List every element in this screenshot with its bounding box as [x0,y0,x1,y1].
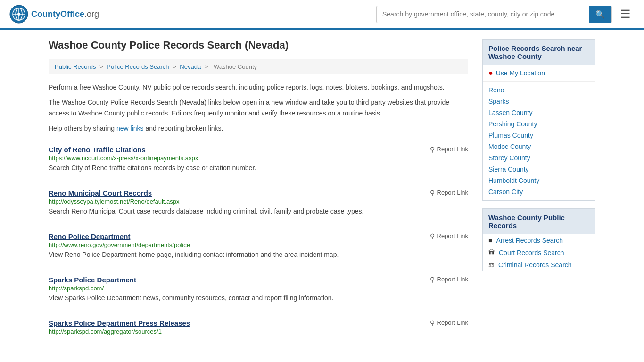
public-record-link-0[interactable]: Arrest Records Search [496,237,563,244]
nearby-list-item: Reno [483,84,595,96]
record-link-4[interactable]: Sparks Police Department Press Releases [49,319,190,327]
record-link-2[interactable]: Reno Police Department [49,232,130,240]
logo[interactable]: CountyOffice.org [9,5,99,24]
breadcrumb-sep3: > [205,63,210,70]
public-record-icon-0: ■ [488,237,492,244]
nearby-link-5[interactable]: Modoc County [488,143,531,150]
report-link-label-2: Report Link [437,232,468,239]
record-title-3: Sparks Police Department [49,276,136,284]
nearby-link-0[interactable]: Reno [488,86,504,94]
record-url-1[interactable]: http://odysseypa.tylerhost.net/Reno/defa… [49,198,468,205]
public-records-section-title: Washoe County Public Records [483,209,595,234]
description-para3: Help others by sharing new links and rep… [49,123,468,133]
nearby-link-7[interactable]: Sierra County [488,165,529,173]
nearby-section-title: Police Records Search near Washoe County [483,40,595,65]
breadcrumb: Public Records > Police Records Search >… [49,59,468,74]
public-record-link-2[interactable]: Criminal Records Search [498,261,572,269]
report-link-icon-4: ⚲ [430,319,435,327]
location-pin-icon: ● [488,69,493,77]
record-header: Reno Municipal Court Records ⚲ Report Li… [49,189,468,197]
use-my-location-link[interactable]: Use My Location [496,69,545,77]
description-para1: Perform a free Washoe County, NV public … [49,82,468,92]
logo-text: CountyOffice.org [31,9,99,19]
nearby-list-item: Sparks [483,96,595,107]
report-link-0[interactable]: ⚲ Report Link [430,146,468,153]
nearby-list-item: Pershing County [483,118,595,130]
site-header: CountyOffice.org 🔍 ☰ [0,0,644,30]
public-record-item: ■ Arrest Records Search [483,234,595,247]
nearby-link-1[interactable]: Sparks [488,98,509,105]
hamburger-menu-icon[interactable]: ☰ [617,6,635,23]
record-link-1[interactable]: Reno Municipal Court Records [49,189,152,197]
public-record-item: 🏛 Court Records Search [483,247,595,259]
public-record-icon-1: 🏛 [488,249,495,256]
record-desc-0: Search City of Reno traffic citations re… [49,163,468,173]
record-header: Reno Police Department ⚲ Report Link [49,232,468,240]
record-url-2[interactable]: http://www.reno.gov/government/departmen… [49,241,468,248]
report-link-label-3: Report Link [437,276,468,283]
nearby-link-8[interactable]: Humboldt County [488,177,539,184]
record-url-0[interactable]: https://www.ncourt.com/x-press/x-onlinep… [49,155,468,162]
nearby-link-2[interactable]: Lassen County [488,109,532,116]
record-entry: Reno Police Department ⚲ Report Link htt… [49,232,468,264]
record-title-2: Reno Police Department [49,232,130,240]
breadcrumb-nevada[interactable]: Nevada [180,63,201,70]
report-link-icon-0: ⚲ [430,146,435,153]
content-divider [49,140,468,140]
nearby-list-item: Humboldt County [483,175,595,186]
use-my-location[interactable]: ● Use My Location [483,65,595,82]
nearby-list-item: Carson City [483,186,595,197]
nearby-list-item: Plumas County [483,130,595,141]
breadcrumb-sep1: > [99,63,105,70]
breadcrumb-public-records[interactable]: Public Records [55,63,96,70]
record-desc-1: Search Reno Municipal Court case records… [49,206,468,216]
nearby-link-6[interactable]: Storey County [488,154,530,162]
report-link-4[interactable]: ⚲ Report Link [430,319,468,327]
record-title-1: Reno Municipal Court Records [49,189,152,197]
record-title-4: Sparks Police Department Press Releases [49,319,190,327]
new-links-link[interactable]: new links [116,124,144,132]
report-link-label-0: Report Link [437,146,468,153]
nearby-list-item: Lassen County [483,107,595,118]
record-title-0: City of Reno Traffic Citations [49,146,146,154]
svg-point-5 [17,13,20,16]
header-right: 🔍 ☰ [376,6,635,23]
nearby-list-item: Modoc County [483,141,595,152]
record-link-3[interactable]: Sparks Police Department [49,276,136,284]
public-records-section: Washoe County Public Records ■ Arrest Re… [482,208,595,272]
main-container: Washoe County Police Records Search (Nev… [39,30,605,362]
record-header: Sparks Police Department ⚲ Report Link [49,276,468,284]
record-url-3[interactable]: http://sparkspd.com/ [49,285,468,292]
record-entry: Sparks Police Department Press Releases … [49,319,468,341]
report-link-icon-3: ⚲ [430,276,435,283]
record-link-0[interactable]: City of Reno Traffic Citations [49,146,146,154]
sidebar: Police Records Search near Washoe County… [482,39,595,353]
report-link-3[interactable]: ⚲ Report Link [430,276,468,283]
nearby-list-item: Storey County [483,152,595,164]
nearby-link-3[interactable]: Pershing County [488,120,537,128]
report-link-2[interactable]: ⚲ Report Link [430,232,468,240]
search-button[interactable]: 🔍 [589,6,611,23]
breadcrumb-police-records[interactable]: Police Records Search [107,63,169,70]
record-desc-2: View Reno Police Department home page, i… [49,250,468,260]
record-entry: Sparks Police Department ⚲ Report Link h… [49,276,468,308]
record-header: Sparks Police Department Press Releases … [49,319,468,327]
search-bar: 🔍 [376,6,612,23]
search-input[interactable] [377,7,589,22]
public-records-list: ■ Arrest Records Search 🏛 Court Records … [483,234,595,271]
breadcrumb-current: Washoe County [214,63,257,70]
public-record-link-1[interactable]: Court Records Search [499,249,564,256]
report-link-1[interactable]: ⚲ Report Link [430,189,468,197]
report-link-icon-2: ⚲ [430,232,435,240]
nearby-section: Police Records Search near Washoe County… [482,39,595,201]
nearby-link-4[interactable]: Plumas County [488,132,533,139]
record-entry: City of Reno Traffic Citations ⚲ Report … [49,146,468,178]
report-link-icon-1: ⚲ [430,189,435,197]
nearby-link-9[interactable]: Carson City [488,188,523,196]
record-url-4[interactable]: http://sparkspd.com/aggregator/sources/1 [49,328,468,335]
content-area: Washoe County Police Records Search (Nev… [49,39,468,353]
record-entry: Reno Municipal Court Records ⚲ Report Li… [49,189,468,221]
description-para2: The Washoe County Police Records Search … [49,97,468,118]
nearby-list-item: Sierra County [483,164,595,175]
record-header: City of Reno Traffic Citations ⚲ Report … [49,146,468,154]
